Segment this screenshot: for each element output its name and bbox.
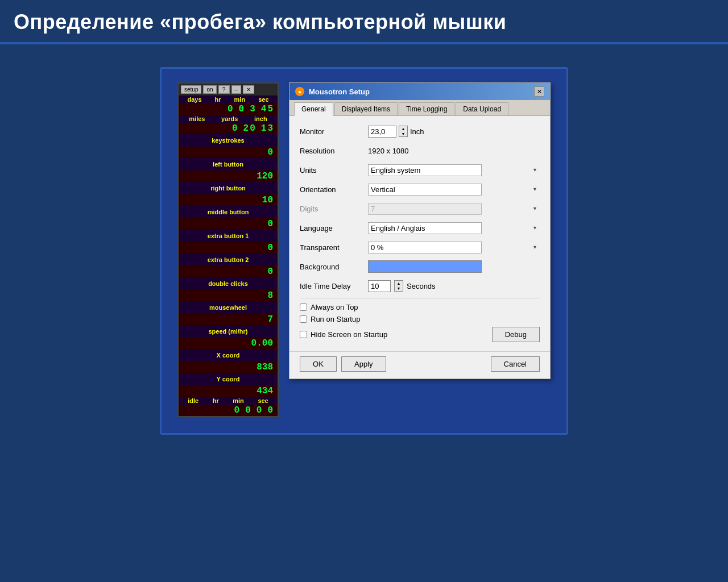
keystrokes-label: keystrokes	[179, 134, 278, 147]
dialog-footer: OK Apply Cancel	[289, 351, 550, 379]
ycoord-label: Y coord	[179, 373, 278, 385]
hide-screen-row: Hide Screen on Startup Debug	[300, 327, 540, 342]
sec-value: 45	[261, 104, 274, 114]
idle-value: 0	[234, 405, 241, 415]
monitor-input[interactable]	[368, 126, 396, 138]
always-on-top-label[interactable]: Always on Top	[311, 303, 358, 311]
footer-hr-value: 0	[245, 405, 252, 415]
xcoord-value: 838	[179, 361, 278, 373]
footer-hr-label: hr	[213, 397, 219, 404]
footer-min-label: min	[233, 397, 244, 404]
resolution-value: 1920 x 1080	[368, 147, 409, 155]
resolution-label: Resolution	[300, 147, 368, 155]
units-control: English systemMetric system ▼	[368, 164, 540, 176]
idle-spinner-down[interactable]: ▼	[395, 286, 403, 291]
hide-screen-label[interactable]: Hide Screen on Startup	[311, 330, 387, 339]
footer-value-row: 0 0 0 0	[179, 405, 278, 416]
keystrokes-value: 0	[179, 147, 278, 158]
min-label: min	[234, 96, 246, 103]
min-value: 3	[250, 104, 257, 114]
debug-button[interactable]: Debug	[492, 327, 540, 342]
left-button-value: 120	[179, 171, 278, 182]
sec-label: sec	[258, 96, 268, 103]
footer-sec-value: 0	[267, 405, 274, 415]
page-header: Определение «пробега» компьютерной мышки	[0, 0, 728, 44]
hr-value: 0	[239, 104, 246, 114]
background-control	[368, 260, 540, 273]
main-content: setup on ? – ✕ days hr min sec 0 0 3 45	[0, 44, 728, 452]
help-button[interactable]: ?	[218, 85, 230, 94]
dialog-titlebar: ● Mousotron Setup ✕	[289, 83, 550, 100]
idle-time-spinner: ▲ ▼	[394, 280, 403, 292]
units-dropdown-arrow: ▼	[532, 167, 537, 173]
transparent-select[interactable]: 0 %10 %20 %50 %	[368, 242, 482, 253]
widget-titlebar: setup on ? – ✕	[179, 84, 278, 95]
apply-button[interactable]: Apply	[341, 356, 386, 372]
monitor-spinner-up[interactable]: ▲	[399, 126, 407, 131]
digits-dropdown-arrow: ▼	[532, 206, 537, 211]
background-color-picker[interactable]	[368, 260, 482, 273]
hr-label: hr	[215, 96, 221, 103]
transparent-dropdown-arrow: ▼	[532, 244, 537, 250]
digits-label: Digits	[300, 205, 368, 213]
tab-time-logging[interactable]: Time Logging	[399, 102, 454, 115]
digits-row: Digits 7 ▼	[300, 201, 540, 216]
ok-button[interactable]: OK	[300, 356, 337, 372]
orientation-control: VerticalHorizontal ▼	[368, 184, 540, 196]
always-on-top-row: Always on Top	[300, 303, 540, 311]
days-value: 0	[228, 104, 234, 114]
monitor-spinner-down[interactable]: ▼	[399, 131, 407, 136]
left-button-label: left button	[179, 158, 278, 171]
always-on-top-checkbox[interactable]	[300, 304, 307, 311]
mousewheel-label: mousewheel	[179, 301, 278, 314]
orientation-row: Orientation VerticalHorizontal ▼	[300, 182, 540, 197]
miles-value: 0	[232, 123, 239, 134]
footer-header-row: idle hr min sec	[179, 397, 278, 405]
monitor-spinner: ▲ ▼	[399, 126, 408, 137]
background-row: Background	[300, 259, 540, 274]
tab-data-upload[interactable]: Data Upload	[456, 102, 508, 115]
dialog-close-button[interactable]: ✕	[534, 86, 544, 97]
monitor-row: Monitor ▲ ▼ Inch	[300, 124, 540, 139]
outer-frame: setup on ? – ✕ days hr min sec 0 0 3 45	[160, 67, 568, 435]
language-select[interactable]: English / AnglaisFrench / Français	[368, 222, 482, 234]
digits-control: 7 ▼	[368, 203, 540, 215]
ycoord-value: 434	[179, 385, 278, 397]
extra-button-1-value: 0	[179, 242, 278, 253]
transparent-row: Transparent 0 %10 %20 %50 % ▼	[300, 240, 540, 255]
idle-spinner-up[interactable]: ▲	[395, 281, 403, 286]
distance-value-row: 0 20 13	[179, 123, 278, 134]
units-select[interactable]: English systemMetric system	[368, 164, 482, 176]
mousewheel-value: 7	[179, 314, 278, 325]
time-header-row: days hr min sec	[179, 95, 278, 103]
widget-close-button[interactable]: ✕	[243, 85, 254, 94]
hide-screen-checkbox[interactable]	[300, 331, 307, 338]
extra-button-1-label: extra button 1	[179, 230, 278, 242]
yards-value: 20	[243, 123, 257, 134]
language-control: English / AnglaisFrench / Français ▼	[368, 222, 540, 234]
minimize-button[interactable]: –	[231, 85, 242, 94]
setup-button[interactable]: setup	[181, 85, 201, 94]
idle-unit: Seconds	[407, 282, 436, 290]
run-on-startup-label[interactable]: Run on Startup	[311, 315, 360, 323]
run-on-startup-checkbox[interactable]	[300, 315, 307, 323]
footer-sec-label: sec	[258, 397, 268, 404]
tab-displayed-items[interactable]: Displayed Items	[334, 102, 398, 115]
separator-1	[300, 298, 540, 298]
orientation-select[interactable]: VerticalHorizontal	[368, 184, 482, 196]
right-button-label: right button	[179, 182, 278, 194]
dialog-icon: ●	[295, 87, 304, 96]
middle-button-label: middle button	[179, 206, 278, 218]
on-button[interactable]: on	[203, 85, 216, 94]
cancel-button[interactable]: Cancel	[491, 356, 540, 372]
idle-time-input[interactable]	[368, 280, 391, 292]
speed-label: speed (ml/hr)	[179, 325, 278, 338]
inch-label: inch	[254, 115, 267, 122]
orientation-dropdown-arrow: ▼	[532, 186, 537, 192]
background-label: Background	[300, 263, 368, 271]
dialog-title-left: ● Mousotron Setup	[295, 87, 370, 96]
tab-general[interactable]: General	[294, 102, 333, 116]
idle-time-control: ▲ ▼ Seconds	[368, 280, 540, 292]
speed-value: 0.00	[179, 338, 278, 349]
monitor-label: Monitor	[300, 127, 368, 136]
